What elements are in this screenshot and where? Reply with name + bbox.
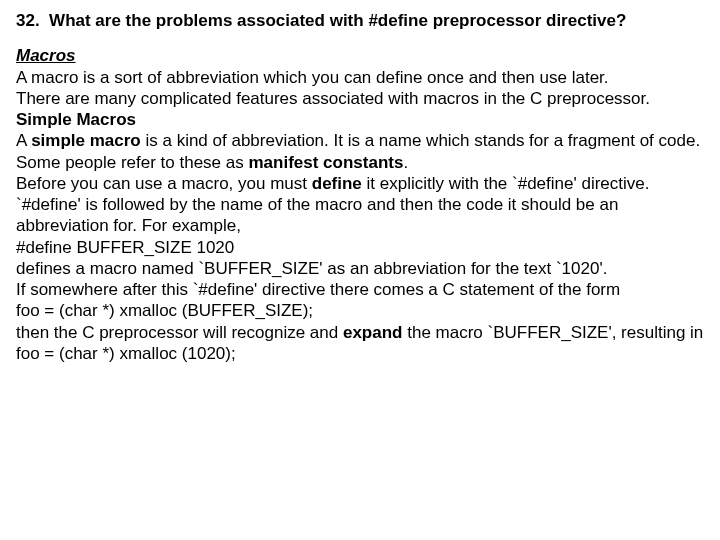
code-define-buffer: #define BUFFER_SIZE 1020	[16, 237, 708, 258]
simple-macro-def: A simple macro is a kind of abbreviation…	[16, 130, 708, 173]
term-manifest-constants: manifest constants	[248, 153, 403, 172]
explain-buffer-2: If somewhere after this `#define' direct…	[16, 279, 708, 300]
term-define: define	[312, 174, 362, 193]
simple-macros-heading: Simple Macros	[16, 109, 708, 130]
define-explain: Before you can use a macro, you must def…	[16, 173, 708, 237]
content-body: Macros A macro is a sort of abbreviation…	[16, 45, 708, 364]
text-fragment: A	[16, 131, 31, 150]
text-fragment: then the C preprocessor will recognize a…	[16, 323, 343, 342]
explain-buffer-1: defines a macro named `BUFFER_SIZE' as a…	[16, 258, 708, 279]
macros-heading: Macros	[16, 45, 708, 66]
text-fragment: Before you can use a macro, you must	[16, 174, 312, 193]
question-text: What are the problems associated with #d…	[49, 11, 626, 30]
question-title: 32. What are the problems associated wit…	[16, 10, 708, 31]
document-page: 32. What are the problems associated wit…	[0, 0, 720, 376]
text-fragment: .	[403, 153, 408, 172]
macros-intro-2: There are many complicated features asso…	[16, 88, 708, 109]
code-foo-2: foo = (char *) xmalloc (1020);	[16, 343, 708, 364]
macros-intro-1: A macro is a sort of abbreviation which …	[16, 67, 708, 88]
term-expand: expand	[343, 323, 403, 342]
text-fragment: the macro `BUFFER_SIZE', resulting in	[402, 323, 703, 342]
expand-explain: then the C preprocessor will recognize a…	[16, 322, 708, 343]
code-foo-1: foo = (char *) xmalloc (BUFFER_SIZE);	[16, 300, 708, 321]
term-simple-macro: simple macro	[31, 131, 141, 150]
question-number: 32.	[16, 11, 40, 30]
